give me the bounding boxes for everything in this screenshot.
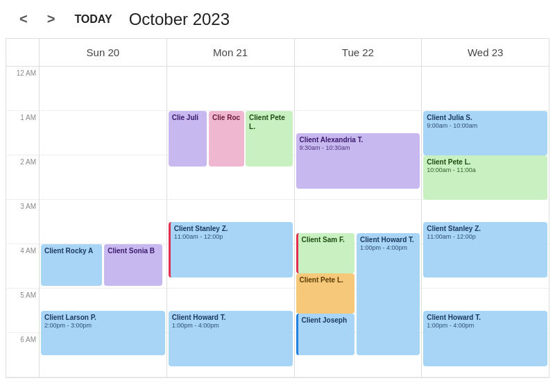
day-body-tue22: Client Alexandria T. 9:30am - 10:30am Cl…: [295, 67, 422, 378]
calendar-app: < > TODAY October 2023 12 AM 1 AM 2 AM 3…: [0, 0, 555, 378]
time-slot-1am: 1 AM: [6, 111, 39, 155]
day-col-sun20: Sun 20 Client Rocky A Client Sonia B Cli…: [40, 39, 167, 377]
days-container: Sun 20 Client Rocky A Client Sonia B Cli…: [40, 39, 549, 377]
day-col-mon21: Mon 21 Clie Juli Clie Roc Client Pete L.: [167, 39, 295, 377]
event-mon-howard[interactable]: Client Howard T. 1:00pm - 4:00pm: [169, 311, 293, 366]
time-slot-6am: 6 AM: [6, 333, 39, 377]
day-body-wed23: Client Julia S. 9:00am - 10:00am Client …: [422, 67, 549, 378]
day-header-wed23: Wed 23: [422, 39, 549, 67]
day-header-sun20: Sun 20: [40, 39, 166, 67]
prev-button[interactable]: <: [14, 8, 33, 30]
event-tue-pete[interactable]: Client Pete L.: [296, 273, 355, 314]
day-header-mon21: Mon 21: [167, 39, 294, 67]
day-body-sun20: Client Rocky A Client Sonia B Client Lar…: [40, 67, 166, 378]
event-tue-howard[interactable]: Client Howard T. 1:00pm - 4:00pm: [357, 233, 420, 355]
event-tue-sam[interactable]: Client Sam F.: [296, 233, 355, 273]
day-col-tue22: Tue 22 Client Alexandria T. 9:30am - 10:…: [295, 39, 422, 377]
calendar-header: < > TODAY October 2023: [0, 0, 555, 38]
event-mon-stanley[interactable]: Client Stanley Z. 11:00am - 12:00p: [169, 222, 293, 278]
event-mon-roc[interactable]: Clie Roc: [209, 111, 244, 167]
event-sonia-b[interactable]: Client Sonia B: [104, 244, 162, 286]
time-slot-7am: 7 AM: [6, 377, 39, 378]
event-wed-howard[interactable]: Client Howard T. 1:00pm - 4:00pm: [423, 311, 547, 366]
event-wed-pete[interactable]: Client Pete L. 10:00am - 11:00a: [423, 155, 547, 200]
today-button[interactable]: TODAY: [69, 10, 117, 28]
day-header-tue22: Tue 22: [295, 39, 422, 67]
event-rocky-a[interactable]: Client Rocky A: [41, 244, 102, 286]
time-slot-5am: 5 AM: [6, 289, 39, 333]
next-button[interactable]: >: [42, 8, 61, 30]
calendar-grid: 12 AM 1 AM 2 AM 3 AM 4 AM 5 AM 6 AM 7 AM…: [6, 38, 549, 378]
time-slot-4am: 4 AM: [6, 244, 39, 289]
event-larson-p[interactable]: Client Larson P. 2:00pm - 3:00pm: [41, 311, 165, 355]
event-mon-pete[interactable]: Client Pete L.: [246, 111, 292, 167]
month-title: October 2023: [129, 10, 230, 29]
day-col-wed23: Wed 23 Client Julia S. 9:00am - 10:00am …: [422, 39, 549, 377]
event-tue-alexandria[interactable]: Client Alexandria T. 9:30am - 10:30am: [296, 133, 420, 189]
time-header-spacer: [6, 39, 39, 67]
event-tue-joseph[interactable]: Client Joseph: [296, 314, 355, 355]
event-wed-julia[interactable]: Client Julia S. 9:00am - 10:00am: [423, 111, 547, 155]
time-column: 12 AM 1 AM 2 AM 3 AM 4 AM 5 AM 6 AM 7 AM: [6, 39, 40, 377]
event-wed-stanley[interactable]: Client Stanley Z. 11:00am - 12:00p: [423, 222, 547, 278]
time-slot-12am: 12 AM: [6, 67, 39, 111]
time-slot-2am: 2 AM: [6, 155, 39, 200]
day-body-mon21: Clie Juli Clie Roc Client Pete L. Client…: [167, 67, 294, 378]
time-slot-3am: 3 AM: [6, 200, 39, 244]
event-mon-juli[interactable]: Clie Juli: [169, 111, 207, 167]
